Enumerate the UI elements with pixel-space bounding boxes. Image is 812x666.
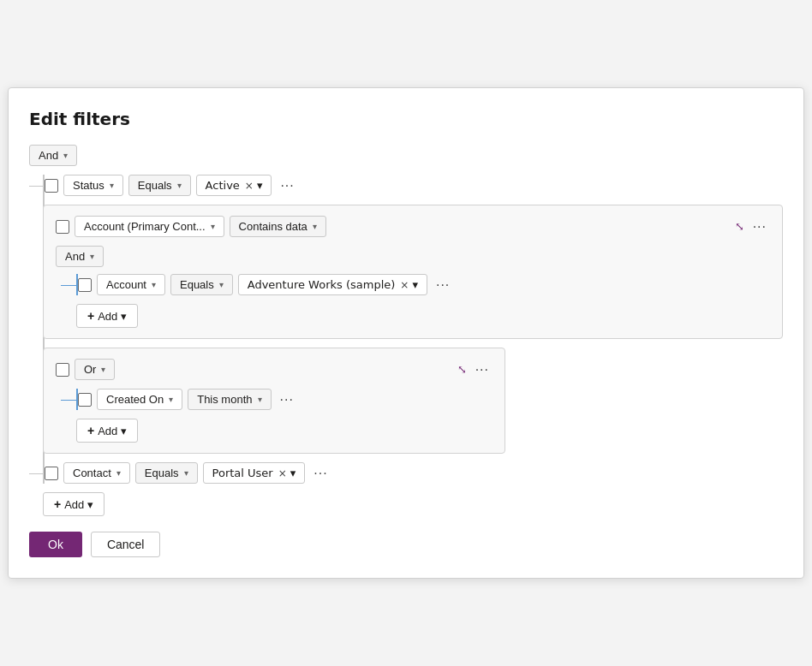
group-account-primary: Account (Primary Cont... ▾ Contains data… bbox=[43, 205, 783, 339]
group1-sub-value-chevron: ▾ bbox=[412, 278, 418, 291]
status-value-tag[interactable]: Active × ▾ bbox=[196, 175, 272, 196]
group1-and-operator-row: And ▾ bbox=[56, 246, 770, 267]
group1-add-chevron: ▾ bbox=[121, 310, 127, 323]
group2-add-plus: + bbox=[87, 424, 94, 437]
contact-value-close[interactable]: × bbox=[278, 467, 287, 479]
contact-value-chevron: ▾ bbox=[290, 467, 296, 479]
top-and-operator[interactable]: And ▾ bbox=[29, 145, 77, 166]
filter-row-status: Status ▾ Equals ▾ Active × ▾ ··· bbox=[45, 175, 783, 196]
group2-add-chevron: ▾ bbox=[121, 425, 127, 437]
filter-row-contact: Contact ▾ Equals ▾ Portal User × ▾ ··· bbox=[45, 462, 783, 484]
group2-sub-checkbox[interactable] bbox=[78, 393, 92, 407]
contact-field-dropdown[interactable]: Contact ▾ bbox=[63, 462, 130, 484]
group2-sub-more-button[interactable]: ··· bbox=[277, 390, 297, 409]
bottom-add-plus: + bbox=[54, 497, 61, 511]
group2-collapse-icon[interactable]: ⤡ bbox=[457, 363, 467, 376]
group1-header: Account (Primary Cont... ▾ Contains data… bbox=[56, 216, 770, 237]
bottom-add-chevron: ▾ bbox=[87, 498, 93, 511]
group2-sub-row-createdon: Created On ▾ This month ▾ ··· bbox=[78, 389, 493, 410]
top-and-chevron: ▾ bbox=[63, 151, 68, 160]
group1-add-button[interactable]: + Add ▾ bbox=[76, 304, 138, 328]
group2-add-row: + Add ▾ bbox=[76, 419, 493, 443]
bottom-actions: Ok Cancel bbox=[29, 532, 783, 557]
group1-sub-value-close[interactable]: × bbox=[400, 279, 409, 291]
group2-sub-indent: Created On ▾ This month ▾ ··· bbox=[76, 389, 493, 410]
top-operator-row: And ▾ bbox=[29, 145, 783, 166]
group2-sub-operator-chevron: ▾ bbox=[258, 395, 262, 404]
group2-header-left: Or ▾ bbox=[56, 359, 115, 380]
status-field-dropdown[interactable]: Status ▾ bbox=[63, 175, 123, 196]
group2-sub-operator-dropdown[interactable]: This month ▾ bbox=[188, 389, 271, 410]
group1-sub-value-tag[interactable]: Adventure Works (sample) × ▾ bbox=[238, 274, 427, 295]
status-value-close[interactable]: × bbox=[245, 180, 254, 192]
group1-sub-operator-chevron: ▾ bbox=[219, 280, 224, 289]
contact-more-button[interactable]: ··· bbox=[310, 464, 331, 483]
bottom-add-button[interactable]: + Add ▾ bbox=[43, 492, 104, 516]
filter-list: Status ▾ Equals ▾ Active × ▾ ··· bbox=[29, 175, 783, 516]
group1-add-row: + Add ▾ bbox=[76, 304, 770, 328]
group2-header-right: ⤡ ··· bbox=[457, 360, 493, 379]
group1-sub-more-button[interactable]: ··· bbox=[433, 276, 453, 294]
group2-or-operator[interactable]: Or ▾ bbox=[75, 359, 115, 380]
group2-header: Or ▾ ⤡ ··· bbox=[56, 359, 493, 380]
group1-field-chevron: ▾ bbox=[211, 222, 215, 231]
group2-sub-field-chevron: ▾ bbox=[169, 395, 173, 404]
contact-row-checkbox[interactable] bbox=[45, 467, 58, 480]
contact-operator-dropdown[interactable]: Equals ▾ bbox=[135, 462, 198, 484]
status-row-checkbox[interactable] bbox=[45, 179, 58, 193]
group1-sub-row-account: Account ▾ Equals ▾ Adventure Works (samp… bbox=[78, 274, 770, 295]
group1-sub-field-chevron: ▾ bbox=[152, 280, 156, 289]
status-value-chevron: ▾ bbox=[257, 179, 263, 192]
status-operator-chevron: ▾ bbox=[177, 181, 182, 190]
group1-add-plus: + bbox=[87, 309, 94, 323]
group2-checkbox[interactable] bbox=[56, 363, 69, 377]
status-more-button[interactable]: ··· bbox=[277, 176, 297, 195]
group1-checkbox[interactable] bbox=[56, 220, 69, 234]
group1-operator-dropdown[interactable]: Contains data ▾ bbox=[230, 216, 326, 237]
group1-sub-field-dropdown[interactable]: Account ▾ bbox=[97, 274, 165, 295]
group1-and-operator[interactable]: And ▾ bbox=[56, 246, 104, 267]
group1-sub-checkbox[interactable] bbox=[78, 278, 92, 292]
contact-value-tag[interactable]: Portal User × ▾ bbox=[203, 462, 306, 484]
group2-add-button[interactable]: + Add ▾ bbox=[76, 419, 138, 443]
group-or: Or ▾ ⤡ ··· Created On ▾ bbox=[43, 348, 505, 454]
contact-field-chevron: ▾ bbox=[116, 468, 121, 478]
modal-title: Edit filters bbox=[29, 109, 783, 129]
group1-and-chevron: ▾ bbox=[90, 252, 94, 261]
group1-sub-indent: Account ▾ Equals ▾ Adventure Works (samp… bbox=[76, 274, 770, 295]
group1-field-dropdown[interactable]: Account (Primary Cont... ▾ bbox=[75, 216, 224, 237]
group1-header-left: Account (Primary Cont... ▾ Contains data… bbox=[56, 216, 326, 237]
group2-sub-field-dropdown[interactable]: Created On ▾ bbox=[97, 389, 182, 410]
group1-sub-operator-dropdown[interactable]: Equals ▾ bbox=[170, 274, 233, 295]
top-level-filter-rows: Status ▾ Equals ▾ Active × ▾ ··· bbox=[43, 175, 783, 484]
edit-filters-modal: Edit filters And ▾ Status ▾ Equals ▾ bbox=[8, 87, 804, 579]
status-field-chevron: ▾ bbox=[110, 181, 114, 190]
group1-more-button[interactable]: ··· bbox=[749, 217, 770, 236]
group1-collapse-icon[interactable]: ⤡ bbox=[735, 220, 744, 233]
group1-operator-chevron: ▾ bbox=[313, 222, 317, 231]
ok-button[interactable]: Ok bbox=[29, 532, 82, 557]
bottom-add-row: + Add ▾ bbox=[43, 492, 783, 516]
group2-more-button[interactable]: ··· bbox=[472, 360, 493, 379]
contact-operator-chevron: ▾ bbox=[184, 468, 188, 478]
group2-or-chevron: ▾ bbox=[101, 365, 105, 374]
status-operator-dropdown[interactable]: Equals ▾ bbox=[128, 175, 191, 196]
cancel-button[interactable]: Cancel bbox=[91, 532, 161, 557]
group1-header-right: ⤡ ··· bbox=[735, 217, 770, 236]
